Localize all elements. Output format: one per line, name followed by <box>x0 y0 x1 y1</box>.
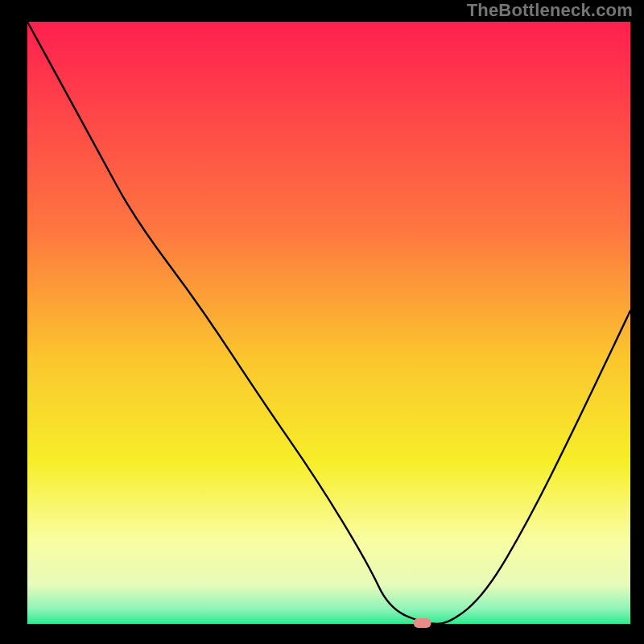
chart-stage: TheBottleneck.com <box>0 0 644 644</box>
watermark-text: TheBottleneck.com <box>467 0 633 21</box>
optimal-marker <box>414 618 431 628</box>
chart-svg <box>0 0 644 644</box>
plot-background <box>27 22 630 624</box>
